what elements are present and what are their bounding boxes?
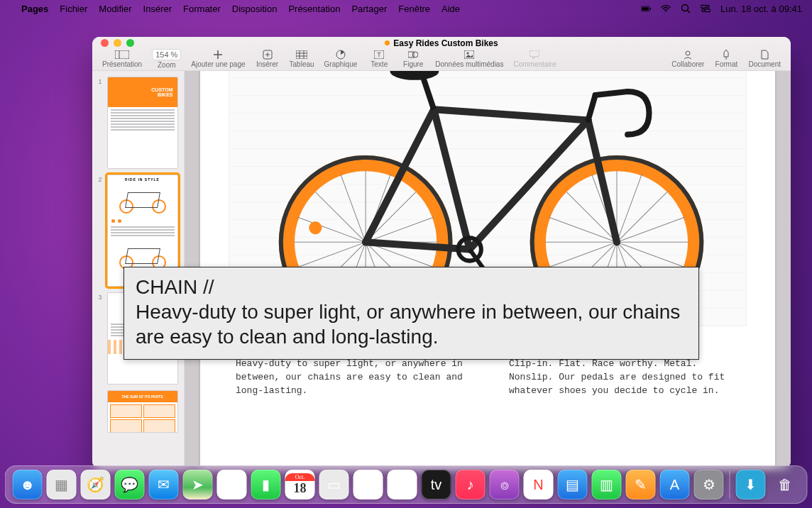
dock-reminders[interactable]: ☲ — [353, 470, 383, 499]
dock-maps[interactable]: ➤ — [183, 470, 213, 499]
tool-media[interactable]: Données multimédias — [435, 50, 503, 68]
dock-finder[interactable]: ☻ — [13, 470, 43, 499]
svg-text:T: T — [378, 51, 382, 58]
zoom-value: 154 % — [152, 49, 181, 60]
menu-insert[interactable]: Insérer — [143, 4, 172, 14]
svg-point-25 — [412, 52, 418, 57]
close-button[interactable] — [101, 39, 109, 47]
document-icon — [757, 50, 772, 60]
dock-mail[interactable]: ✉︎ — [149, 470, 179, 499]
svg-point-27 — [467, 53, 469, 55]
menu-layout[interactable]: Disposition — [232, 4, 278, 14]
tool-chart[interactable]: Graphique — [324, 50, 358, 68]
hover-head: CHAIN // — [136, 275, 687, 299]
svg-point-63 — [309, 221, 322, 234]
dock-downloads[interactable]: ⬇︎ — [736, 470, 766, 499]
spotlight-icon[interactable] — [681, 4, 691, 13]
svg-line-55 — [434, 109, 588, 120]
clock[interactable]: Lun. 18 oct. à 09:41 — [720, 4, 802, 14]
tool-table[interactable]: Tableau — [290, 50, 314, 68]
view-icon — [114, 50, 130, 60]
media-icon — [461, 50, 477, 60]
svg-rect-5 — [701, 5, 706, 8]
minimize-button[interactable] — [114, 39, 121, 47]
menu-format[interactable]: Formater — [183, 4, 221, 14]
tool-format[interactable]: Format — [714, 50, 738, 68]
tool-collab[interactable]: Collaborer — [671, 50, 704, 68]
menu-share[interactable]: Partager — [351, 4, 387, 14]
pages-window: Easy Rides Custom Bikes Présentation 154… — [92, 37, 791, 468]
control-center-icon[interactable] — [701, 4, 710, 13]
dock-messages[interactable]: 💬 — [115, 470, 145, 499]
page-number: 1 — [99, 78, 104, 85]
svg-line-57 — [423, 77, 434, 109]
dock-pages[interactable]: ✎ — [626, 470, 656, 499]
tool-text[interactable]: T Texte — [367, 50, 391, 68]
svg-rect-26 — [464, 50, 474, 59]
dock-calendar[interactable]: Oct.18 — [285, 470, 315, 499]
dock-photos[interactable]: ✿ — [217, 470, 247, 499]
dock-notes[interactable]: ✎ — [388, 470, 417, 499]
dock-preferences[interactable]: ⚙︎ — [694, 470, 724, 499]
hover-body: Heavy-duty to super light, or anywhere i… — [136, 299, 687, 349]
maximize-button[interactable] — [126, 39, 134, 47]
dock-trash[interactable]: 🗑 — [770, 470, 800, 499]
svg-rect-7 — [705, 9, 710, 12]
tool-zoom[interactable]: 154 % Zoom — [152, 49, 181, 69]
plus-icon — [210, 50, 226, 60]
dock-keynote[interactable]: ▤ — [558, 470, 588, 499]
svg-point-29 — [686, 51, 690, 55]
document-title: Easy Rides Custom Bikes — [393, 38, 498, 48]
comment-icon — [527, 50, 542, 60]
svg-point-3 — [682, 5, 688, 11]
dock-launchpad[interactable]: ▦ — [47, 470, 77, 499]
menu-view[interactable]: Présentation — [288, 4, 340, 14]
dock-safari[interactable]: 🧭 — [81, 470, 111, 499]
edited-indicator — [385, 40, 390, 45]
hover-text-overlay: CHAIN // Heavy-duty to super light, or a… — [124, 267, 699, 360]
tool-addpage[interactable]: Ajouter une page — [191, 50, 245, 68]
thumbnail-page-1[interactable]: CUSTOMBIKES — [107, 77, 178, 169]
battery-icon[interactable] — [641, 4, 651, 13]
svg-rect-16 — [296, 50, 307, 59]
dock-tv[interactable]: tv — [422, 470, 451, 499]
dock-news[interactable]: N — [524, 470, 554, 499]
tool-insert[interactable]: Insérer — [256, 50, 280, 68]
thumbnail-page-4[interactable]: THE SUM OF ITS PARTS — [107, 390, 178, 433]
text-icon: T — [371, 50, 387, 60]
wifi-icon[interactable] — [661, 4, 671, 13]
page-number: 2 — [99, 176, 104, 183]
dock-music[interactable]: ♪ — [456, 470, 485, 499]
svg-point-58 — [390, 71, 439, 80]
svg-point-6 — [706, 5, 709, 8]
menubar: Pages Fichier Modifier Insérer Formater … — [0, 0, 812, 17]
svg-point-8 — [702, 9, 705, 12]
page-number: 3 — [99, 294, 104, 301]
tool-document[interactable]: Document — [748, 50, 781, 68]
dock-contacts[interactable]: ▭ — [319, 470, 349, 499]
dock-appstore[interactable]: A — [660, 470, 690, 499]
titlebar: Easy Rides Custom Bikes Présentation 154… — [92, 37, 791, 71]
menu-file[interactable]: Fichier — [60, 4, 87, 14]
app-menu[interactable]: Pages — [21, 4, 48, 14]
window-controls — [101, 39, 134, 47]
dock-facetime[interactable]: ▮ — [251, 470, 281, 499]
dock-separator — [730, 470, 730, 499]
table-icon — [294, 50, 309, 60]
svg-rect-9 — [115, 50, 129, 59]
insert-icon — [260, 50, 275, 60]
tool-view[interactable]: Présentation — [102, 50, 142, 68]
svg-line-54 — [366, 109, 434, 242]
tool-shape[interactable]: Figure — [401, 50, 425, 68]
menu-window[interactable]: Fenêtre — [398, 4, 430, 14]
svg-rect-28 — [530, 50, 539, 57]
collab-icon — [680, 50, 696, 60]
dock-numbers[interactable]: ▥ — [592, 470, 622, 499]
shape-icon — [405, 50, 421, 60]
menu-help[interactable]: Aide — [441, 4, 460, 14]
dock-podcasts[interactable]: ⌾ — [490, 470, 520, 499]
format-icon — [718, 50, 734, 60]
tool-comment[interactable]: Commentaire — [513, 50, 556, 68]
svg-rect-2 — [650, 7, 651, 9]
menu-edit[interactable]: Modifier — [99, 4, 131, 14]
